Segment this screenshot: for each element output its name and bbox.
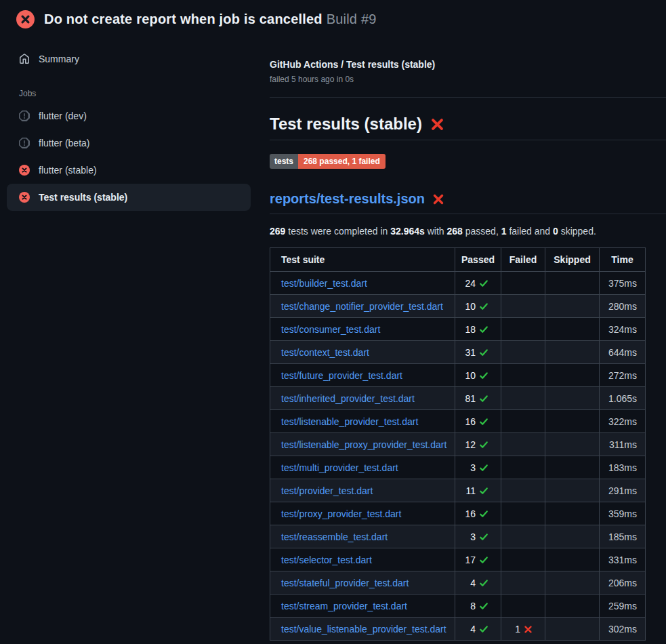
job-status-icon bbox=[19, 192, 30, 203]
passed-cell: 31 bbox=[455, 341, 501, 364]
test-suite-link[interactable]: test/stateful_provider_test.dart bbox=[281, 578, 409, 588]
column-header: Time bbox=[600, 248, 646, 272]
test-suite-link[interactable]: test/value_listenable_provider_test.dart bbox=[281, 624, 446, 635]
time-cell: 359ms bbox=[600, 502, 646, 525]
time-cell: 322ms bbox=[600, 410, 646, 433]
cross-mark-icon bbox=[430, 117, 444, 132]
test-suite-link[interactable]: test/reassemble_test.dart bbox=[281, 531, 388, 542]
time-cell: 259ms bbox=[600, 595, 646, 618]
stop-icon bbox=[19, 110, 30, 121]
failed-cell bbox=[501, 318, 545, 341]
passed-cell: 8 bbox=[455, 595, 501, 618]
job-list: flutter (dev) flutter (beta) flutter (st… bbox=[0, 102, 257, 211]
test-suite-link[interactable]: test/listenable_provider_test.dart bbox=[281, 416, 418, 427]
test-suite-link[interactable]: test/consumer_test.dart bbox=[281, 324, 380, 335]
sidebar-job-item[interactable]: flutter (dev) bbox=[7, 102, 251, 129]
sidebar-job-item[interactable]: Test results (stable) bbox=[7, 184, 251, 211]
check-icon bbox=[479, 348, 488, 357]
passed-cell: 10 bbox=[455, 295, 501, 318]
jobs-section-label: Jobs bbox=[0, 71, 257, 102]
main-content: GitHub Actions / Test results (stable) f… bbox=[257, 37, 666, 641]
check-icon bbox=[479, 555, 488, 565]
test-suite-link[interactable]: test/context_test.dart bbox=[281, 347, 369, 358]
column-header: Failed bbox=[501, 248, 545, 272]
table-row: test/builder_test.dart 24 375ms bbox=[270, 272, 646, 295]
time-cell: 644ms bbox=[600, 341, 646, 364]
test-suite-link[interactable]: test/builder_test.dart bbox=[281, 278, 367, 289]
column-header: Test suite bbox=[270, 248, 455, 272]
failed-cell bbox=[501, 341, 545, 364]
sidebar-job-item[interactable]: flutter (stable) bbox=[7, 157, 251, 184]
passed-cell: 16 bbox=[455, 502, 501, 525]
badge-label: tests bbox=[270, 154, 298, 169]
skipped-cell bbox=[545, 479, 600, 502]
passed-cell: 4 bbox=[455, 571, 501, 595]
table-row: test/selector_test.dart 17 331ms bbox=[270, 548, 646, 571]
table-row: test/stateful_provider_test.dart 4 206ms bbox=[270, 571, 646, 595]
test-summary-line: 269 tests were completed in 32.964s with… bbox=[270, 226, 666, 237]
test-suite-link[interactable]: test/provider_test.dart bbox=[281, 485, 373, 496]
job-label: Test results (stable) bbox=[39, 192, 127, 203]
failed-cell bbox=[501, 433, 545, 456]
time-cell: 206ms bbox=[600, 571, 646, 595]
passed-cell: 18 bbox=[455, 318, 501, 341]
check-icon bbox=[479, 578, 488, 588]
check-icon bbox=[479, 601, 488, 611]
test-suite-link[interactable]: test/inherited_provider_test.dart bbox=[281, 393, 415, 404]
run-header: Do not create report when job is cancell… bbox=[0, 0, 666, 37]
failed-cell bbox=[501, 479, 545, 502]
test-suite-link[interactable]: test/future_provider_test.dart bbox=[281, 370, 402, 381]
check-icon bbox=[479, 509, 488, 519]
passed-cell: 3 bbox=[455, 525, 501, 548]
failed-cell bbox=[501, 525, 545, 548]
run-title: Do not create report when job is cancell… bbox=[44, 12, 322, 26]
section-heading: Test results (stable) bbox=[270, 115, 666, 140]
skipped-cell bbox=[545, 502, 600, 525]
check-icon bbox=[479, 440, 488, 449]
check-icon bbox=[479, 325, 488, 334]
sidebar-job-item[interactable]: flutter (beta) bbox=[7, 129, 251, 157]
home-icon bbox=[19, 54, 30, 64]
job-label: flutter (beta) bbox=[39, 138, 89, 148]
column-header: Skipped bbox=[545, 248, 600, 272]
sidebar-item-summary[interactable]: Summary bbox=[0, 47, 257, 71]
job-status-icon bbox=[19, 110, 30, 121]
table-header-row: Test suitePassedFailedSkippedTime bbox=[270, 248, 646, 272]
skipped-cell bbox=[545, 618, 600, 641]
x-circle-fill-icon bbox=[19, 192, 30, 203]
time-cell: 291ms bbox=[600, 479, 646, 502]
passed-cell: 16 bbox=[455, 410, 501, 433]
passed-cell: 10 bbox=[455, 364, 501, 387]
skipped-cell bbox=[545, 525, 600, 548]
skipped-cell bbox=[545, 387, 600, 410]
test-suite-link[interactable]: test/change_notifier_provider_test.dart bbox=[281, 301, 443, 312]
check-icon bbox=[479, 371, 488, 380]
failed-cell bbox=[501, 387, 545, 410]
stop-icon bbox=[19, 138, 30, 148]
test-suite-link[interactable]: test/listenable_proxy_provider_test.dart bbox=[281, 439, 446, 450]
column-header: Passed bbox=[455, 248, 501, 272]
table-row: test/future_provider_test.dart 10 272ms bbox=[270, 364, 646, 387]
table-row: test/provider_test.dart 11 291ms bbox=[270, 479, 646, 502]
passed-cell: 81 bbox=[455, 387, 501, 410]
test-suite-link[interactable]: test/stream_provider_test.dart bbox=[281, 601, 407, 611]
test-suite-link[interactable]: test/proxy_provider_test.dart bbox=[281, 508, 401, 519]
time-cell: 1.065s bbox=[600, 387, 646, 410]
time-cell: 311ms bbox=[600, 433, 646, 456]
passed-cell: 12 bbox=[455, 433, 501, 456]
report-title-link[interactable]: reports/test-results.json bbox=[270, 191, 425, 207]
check-icon bbox=[479, 463, 488, 472]
skipped-cell bbox=[545, 595, 600, 618]
skipped-cell bbox=[545, 295, 600, 318]
test-suite-link[interactable]: test/selector_test.dart bbox=[281, 555, 372, 565]
time-cell: 185ms bbox=[600, 525, 646, 548]
job-status-icon bbox=[19, 138, 30, 148]
skipped-cell bbox=[545, 410, 600, 433]
test-results-table: Test suitePassedFailedSkippedTime test/b… bbox=[270, 247, 646, 641]
skipped-cell bbox=[545, 341, 600, 364]
time-cell: 331ms bbox=[600, 548, 646, 571]
test-suite-link[interactable]: test/multi_provider_test.dart bbox=[281, 462, 398, 473]
report-heading: reports/test-results.json bbox=[270, 191, 666, 214]
skipped-cell bbox=[545, 318, 600, 341]
sidebar: Summary Jobs flutter (dev) flutter (beta… bbox=[0, 37, 257, 211]
